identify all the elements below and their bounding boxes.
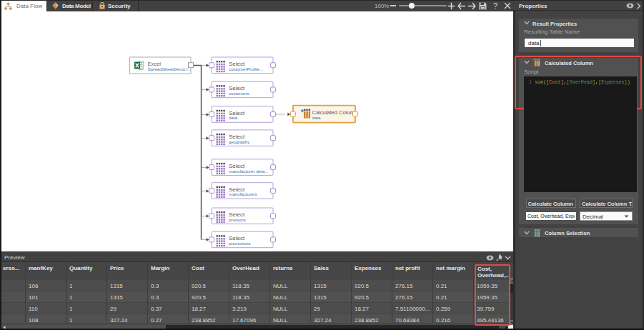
svg-text:products: products [229, 217, 246, 222]
svg-text:customers: customers [229, 91, 249, 96]
svg-text:data: data [312, 115, 322, 120]
svg-text:geography: geography [229, 139, 250, 144]
svg-text:customerProfile...: customerProfile... [229, 66, 263, 71]
svg-text:SpreadSheetDemo l...: SpreadSheetDemo l... [148, 66, 192, 71]
svg-text:data: data [229, 115, 238, 120]
svg-text:manufacturers: manufacturers [229, 191, 257, 196]
svg-text:manufacturer deta...: manufacturer deta... [229, 169, 269, 174]
svg-text:promotions: promotions [229, 241, 251, 246]
